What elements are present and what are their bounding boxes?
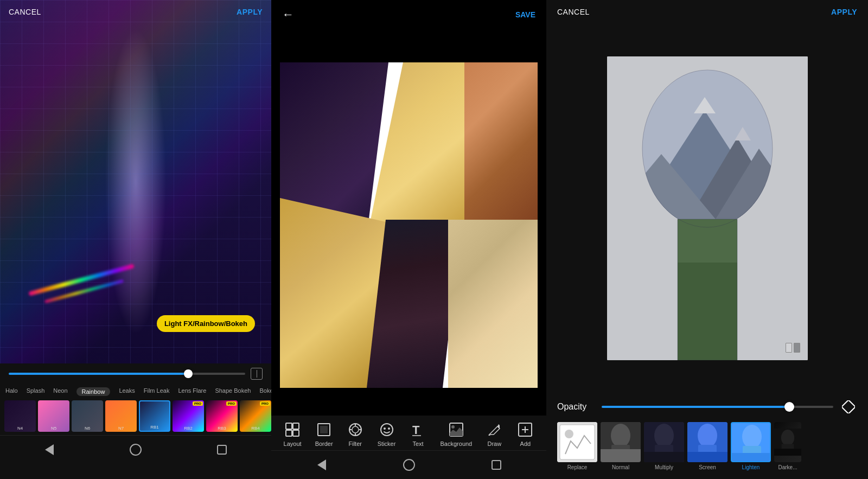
panel2-save-button[interactable]: SAVE — [515, 10, 535, 19]
tool-background[interactable]: Background — [441, 421, 473, 447]
tool-text[interactable]: T Text — [409, 421, 426, 447]
blend-lighten[interactable]: Lighten — [731, 422, 771, 470]
svg-point-7 — [352, 426, 359, 433]
slider-thumb[interactable] — [184, 369, 193, 378]
square-icon — [217, 445, 227, 455]
opacity-slider-thumb[interactable] — [784, 402, 794, 412]
blend-screen[interactable]: Screen — [687, 422, 727, 470]
collage-cell-3[interactable] — [464, 62, 538, 225]
blend-label-multiply: Multiply — [655, 464, 673, 470]
panel1-slider-area — [0, 363, 271, 384]
filter-label: Filter — [348, 440, 361, 447]
filter-thumb-n6[interactable]: N6 — [72, 400, 103, 432]
tab-rainbow[interactable]: Rainbow — [76, 387, 111, 396]
tool-layout[interactable]: Layout — [284, 421, 302, 447]
blend-label-replace: Replace — [567, 464, 588, 470]
tool-border[interactable]: Border — [315, 421, 333, 447]
filter-tabs: Halo Splash Neon Rainbow Leaks Film Leak… — [0, 384, 271, 397]
svg-point-40 — [611, 424, 630, 448]
tab-lens-flare[interactable]: Lens Flare — [178, 387, 206, 396]
tool-sticker[interactable]: Sticker — [378, 421, 396, 447]
collage-cell-6[interactable] — [448, 220, 538, 388]
tool-add[interactable]: Add — [516, 421, 534, 447]
blend-label-normal: Normal — [612, 464, 629, 470]
blend-thumb-multiply — [644, 422, 684, 462]
tab-halo[interactable]: Halo — [5, 387, 18, 396]
panel2-bottom-nav — [271, 450, 546, 479]
panel3-controls: Opacity — [546, 393, 868, 479]
rainbow-effect — [0, 0, 271, 363]
svg-point-18 — [451, 425, 455, 429]
eraser-button[interactable] — [840, 398, 857, 416]
svg-rect-50 — [687, 452, 727, 462]
blend-thumb-darken — [774, 422, 801, 462]
panel1-header: CANCEL APPLY — [0, 0, 271, 24]
panel2-back-nav[interactable] — [314, 457, 329, 472]
svg-rect-42 — [601, 449, 641, 462]
panel2-circle-icon — [403, 459, 415, 471]
panel2-home-nav[interactable] — [401, 457, 417, 472]
panel1-apply-button[interactable]: APPLY — [237, 8, 263, 16]
tool-draw[interactable]: Draw — [486, 421, 503, 447]
tab-splash[interactable]: Splash — [27, 387, 45, 396]
double-exposure-canvas[interactable] — [607, 56, 808, 360]
svg-rect-2 — [286, 430, 292, 436]
collage-container[interactable] — [280, 62, 538, 388]
text-icon: T — [409, 421, 426, 438]
blend-label-lighten: Lighten — [742, 464, 760, 470]
panel2-header: ← SAVE — [271, 0, 546, 29]
blend-label-screen: Screen — [699, 464, 716, 470]
border-label: Border — [315, 440, 333, 447]
panel1-bottom-nav — [0, 435, 271, 464]
tab-film-leak[interactable]: Film Leak — [144, 387, 170, 396]
panel2-square-icon — [492, 460, 501, 470]
eraser-icon — [842, 400, 855, 413]
home-nav-button[interactable] — [128, 442, 143, 457]
back-nav-button[interactable] — [42, 442, 57, 457]
filter-thumbnails: N4 N5 N6 N7 RB1 PRO RB2 PRO RB3 PRO RB4 … — [0, 397, 271, 435]
svg-point-52 — [742, 425, 762, 449]
filter-thumb-n7[interactable]: N7 — [105, 400, 137, 432]
tool-filter[interactable]: Filter — [347, 421, 364, 447]
panel2-recent-nav[interactable] — [489, 457, 504, 472]
compare-toggle[interactable] — [251, 368, 263, 380]
blend-normal[interactable]: Normal — [601, 422, 641, 470]
svg-rect-54 — [732, 453, 771, 462]
tab-shape-bokeh[interactable]: Shape Bokeh — [215, 387, 251, 396]
intensity-slider[interactable] — [9, 373, 245, 375]
blend-replace[interactable]: Replace — [557, 422, 597, 470]
filter-thumb-rb4[interactable]: PRO RB4 — [240, 400, 271, 432]
blend-thumb-replace — [557, 422, 597, 462]
add-icon — [516, 421, 534, 438]
panel2-back-button[interactable]: ← — [282, 8, 294, 22]
filter-thumb-rb2[interactable]: PRO RB2 — [173, 400, 204, 432]
draw-label: Draw — [487, 440, 501, 447]
panel1-cancel-button[interactable]: CANCEL — [9, 8, 41, 16]
background-label: Background — [441, 440, 473, 447]
panel2-canvas — [271, 29, 546, 416]
filter-thumb-n4[interactable]: N4 — [4, 400, 36, 432]
panel3-apply-button[interactable]: APPLY — [831, 8, 857, 16]
sticker-label: Sticker — [378, 440, 396, 447]
tab-bokeh[interactable]: Bokeh — [259, 387, 271, 396]
svg-point-56 — [781, 430, 794, 446]
filter-thumb-rb3[interactable]: PRO RB3 — [206, 400, 238, 432]
filter-thumb-rb1[interactable]: RB1 — [139, 400, 170, 432]
panel3-cancel-button[interactable]: CANCEL — [557, 8, 590, 16]
tab-neon[interactable]: Neon — [53, 387, 67, 396]
svg-rect-46 — [644, 452, 684, 462]
text-label: Text — [412, 440, 423, 447]
filter-thumb-n5[interactable]: N5 — [38, 400, 69, 432]
tab-leaks[interactable]: Leaks — [119, 387, 135, 396]
svg-rect-5 — [320, 426, 328, 433]
recent-nav-button[interactable] — [214, 442, 229, 457]
filter-label-bubble: Light FX/Rainbow/Bokeh — [157, 315, 255, 332]
layout-icon — [284, 421, 301, 438]
panel2-collage: ← SAVE — [271, 0, 546, 479]
add-label: Add — [520, 440, 531, 447]
svg-text:T: T — [412, 423, 420, 437]
blend-multiply[interactable]: Multiply — [644, 422, 684, 470]
opacity-slider[interactable] — [602, 406, 833, 408]
blend-darken[interactable]: Darke... — [774, 422, 801, 470]
compare-icon[interactable] — [786, 343, 800, 353]
